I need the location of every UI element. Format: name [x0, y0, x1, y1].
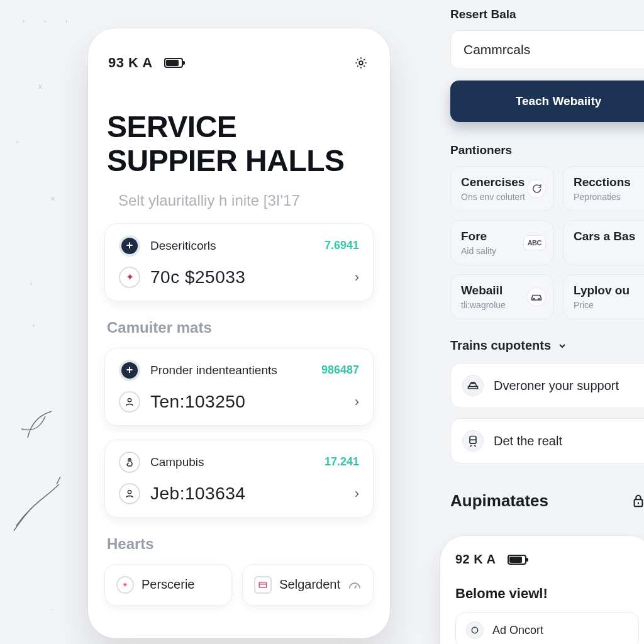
- chevron-right-icon: ›: [355, 394, 359, 410]
- card3-value: Jeb:103634: [150, 484, 245, 504]
- card2-value: Ten:103250: [150, 392, 245, 412]
- person-icon: [119, 391, 140, 413]
- svg-point-1: [128, 398, 131, 401]
- battery-icon: [164, 58, 183, 68]
- dropdown-label: Trains cupotents: [450, 338, 551, 353]
- tile-cenercises[interactable]: Cenercises Ons env colutert: [450, 166, 554, 211]
- list2-label: Det the realt: [494, 434, 562, 448]
- status-bar-small: 92 K A: [455, 552, 639, 567]
- chevron-right-icon: ›: [355, 269, 359, 286]
- summary-card-1[interactable]: + Deseriticorls 7.6941 ✦ 70c $25033 ›: [104, 223, 374, 301]
- taxi-icon: [462, 375, 484, 396]
- tile2-title: Recctions: [574, 175, 644, 189]
- chat-icon: [527, 179, 546, 198]
- section-camuiter: Camuiter mats: [104, 319, 374, 336]
- tile6-title: Lyplov ou: [574, 284, 644, 297]
- phone-left: 93 K A SERVICE SUPPIER HALLS Selt ylauri…: [88, 28, 390, 638]
- chevron-down-icon: [557, 341, 567, 351]
- status-time: 93 K A: [108, 55, 153, 71]
- title-line2: SUPPIER HALLS: [107, 144, 345, 177]
- list-item-realt[interactable]: Det the realt: [450, 418, 644, 464]
- card3-badge: 17.241: [325, 455, 359, 469]
- abc-chip: ABC: [523, 235, 546, 250]
- svg-point-6: [472, 627, 477, 633]
- dropdown-trains[interactable]: Trains cupotents: [450, 338, 644, 353]
- aupi-label: Aupimatates: [450, 491, 548, 511]
- subtitle: Selt ylauritalliy h inite [3I'17: [104, 192, 374, 209]
- primary-button[interactable]: Teach Webaiity: [450, 80, 644, 122]
- belome-title: Belome viewl!: [455, 586, 639, 602]
- tile-lyplov[interactable]: Lyplov ou Price: [563, 274, 644, 319]
- title-line1: SERVICE: [107, 110, 236, 143]
- status-bar: 93 K A: [104, 50, 374, 76]
- panel-right: Resert Bala Cammrcals Teach Webaiity Pan…: [440, 0, 644, 511]
- phone-small: 92 K A Belome viewl! Ad Oncort: [440, 536, 644, 644]
- tile6-sub: Price: [574, 300, 644, 310]
- status-time-small: 92 K A: [455, 552, 496, 567]
- card1-badge: 7.6941: [325, 239, 359, 252]
- list1-label: Dveroner your support: [494, 379, 619, 393]
- circle-icon: [466, 621, 484, 639]
- small-list-item[interactable]: Ad Oncort: [455, 612, 639, 644]
- tile4-title: Cars a Bas: [574, 230, 644, 243]
- aupi-action[interactable]: D: [631, 493, 644, 509]
- card2-badge: 986487: [321, 364, 359, 377]
- svg-point-0: [359, 61, 363, 65]
- touch-icon: [119, 452, 140, 473]
- chip-selgardent[interactable]: Selgardent: [242, 564, 374, 606]
- gear-icon: [354, 56, 368, 70]
- list-item-support[interactable]: Dveroner your support: [450, 363, 644, 408]
- tile2-sub: Pepronaties: [574, 192, 644, 202]
- battery-icon: [508, 555, 526, 565]
- section-hearts: Hearts: [104, 535, 374, 553]
- chip1-label: Perscerie: [142, 577, 194, 592]
- card1-desc: Deseriticorls: [150, 239, 216, 253]
- plus-icon: +: [119, 360, 140, 381]
- tile-fore[interactable]: Fore Aid sality ABC: [450, 220, 554, 265]
- summary-card-2[interactable]: + Pronder indenteantients 986487 Ten:103…: [104, 348, 374, 426]
- chip2-label: Selgardent: [279, 577, 340, 592]
- meter-icon: [348, 580, 362, 590]
- card3-desc: Campubis: [150, 455, 204, 469]
- card2-desc: Pronder indenteantients: [150, 364, 277, 377]
- tile-recctions[interactable]: Recctions Pepronaties: [563, 166, 644, 211]
- hand-icon: ✦: [119, 267, 140, 288]
- card-icon: [254, 576, 272, 594]
- tile-cars[interactable]: Cars a Bas: [563, 220, 644, 265]
- input-cammrcals[interactable]: Cammrcals: [450, 30, 644, 69]
- tile-webaiil[interactable]: Webaiil tli:wagrolue: [450, 274, 554, 319]
- aupimatates-row: Aupimatates D: [450, 491, 644, 511]
- svg-point-2: [128, 490, 131, 493]
- label-pantioners: Pantioners: [450, 143, 644, 157]
- sparkle-icon: ✴: [116, 576, 134, 594]
- train-icon: [462, 430, 484, 452]
- plus-icon: +: [119, 235, 140, 257]
- svg-rect-3: [259, 582, 267, 587]
- chip-perscerie[interactable]: ✴ Perscerie: [104, 564, 232, 606]
- lock-icon: [631, 494, 644, 509]
- label-resert: Resert Bala: [450, 8, 644, 21]
- card1-value: 70c $25033: [150, 267, 245, 287]
- chevron-right-icon: ›: [355, 486, 359, 502]
- small-item-label: Ad Oncort: [492, 624, 543, 637]
- settings-button[interactable]: [352, 54, 370, 72]
- car-icon: [527, 287, 546, 306]
- summary-card-3[interactable]: Campubis 17.241 Jeb:103634 ›: [104, 440, 374, 518]
- page-title: SERVICE SUPPIER HALLS: [104, 110, 374, 178]
- person-icon: [119, 483, 140, 504]
